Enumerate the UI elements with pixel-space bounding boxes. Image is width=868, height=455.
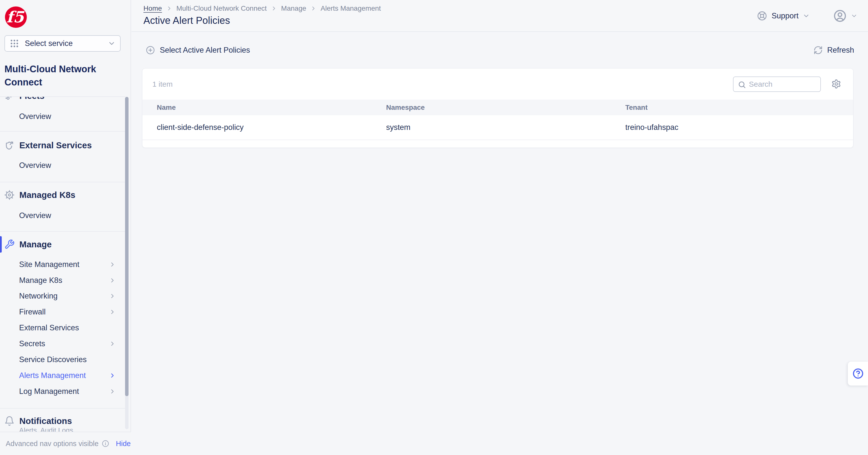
sidebar-scrollbar[interactable] xyxy=(125,97,128,429)
item-label: Secrets xyxy=(19,339,45,348)
breadcrumb-mcn-connect[interactable]: Multi-Cloud Network Connect xyxy=(177,4,267,12)
chevron-down-icon xyxy=(108,39,116,48)
sidebar-item-service-discoveries[interactable]: Service Discoveries xyxy=(19,352,118,368)
notifications-subtitle: Alerts, Audit Logs xyxy=(19,426,73,432)
item-label: Site Management xyxy=(19,260,80,269)
sidebar-footer: Advanced nav options visible Hide xyxy=(0,432,131,455)
table-settings-button[interactable] xyxy=(831,79,842,89)
sidebar-item-fleets-overview[interactable]: Overview xyxy=(19,109,118,124)
chevron-right-icon xyxy=(109,340,116,347)
item-label: Firewall xyxy=(19,308,46,316)
sidebar-scrollbar-thumb[interactable] xyxy=(125,97,128,396)
table-header-row: Name Namespace Tenant xyxy=(143,99,853,115)
section-label: External Services xyxy=(19,140,92,150)
refresh-label: Refresh xyxy=(827,46,854,55)
main-area: Home Multi-Cloud Network Connect Manage … xyxy=(131,0,868,455)
breadcrumb-home[interactable]: Home xyxy=(144,4,162,12)
chevron-down-icon xyxy=(850,12,858,19)
item-label: Manage K8s xyxy=(19,276,62,285)
sidebar-item-alerts-management[interactable]: Alerts Management xyxy=(19,368,118,383)
gear-icon xyxy=(831,79,841,89)
chevron-right-icon xyxy=(109,261,116,268)
support-label: Support xyxy=(772,11,799,20)
column-header-name: Name xyxy=(157,99,176,115)
cell-name[interactable]: client-side-defense-policy xyxy=(157,115,244,140)
item-label: Overview xyxy=(19,211,51,220)
divider xyxy=(0,131,126,132)
section-label: Manage xyxy=(19,239,52,249)
sidebar-section-external-services[interactable]: External Services xyxy=(0,137,131,153)
cell-tenant: treino-ufahspac xyxy=(625,115,678,140)
sidebar-item-firewall[interactable]: Firewall xyxy=(19,304,118,320)
item-label: Alerts Management xyxy=(19,371,86,380)
bell-icon xyxy=(4,416,15,426)
sidebar-item-site-management[interactable]: Site Management xyxy=(19,257,118,273)
item-label: Overview xyxy=(19,112,51,121)
divider xyxy=(0,231,126,232)
hide-advanced-nav-link[interactable]: Hide xyxy=(116,439,131,448)
grid-icon xyxy=(9,38,19,49)
chevron-down-icon xyxy=(803,12,810,20)
section-label: Fleets xyxy=(19,97,44,101)
sidebar-item-external-services[interactable]: External Services xyxy=(19,320,118,336)
search-icon xyxy=(738,81,746,90)
sidebar-title: Multi-Cloud Network Connect xyxy=(4,63,111,89)
section-label: Managed K8s xyxy=(19,190,75,200)
sidebar-nav-scroll: Fleets Overview External Services Overvi… xyxy=(0,97,131,432)
account-menu[interactable] xyxy=(833,9,858,23)
sidebar-item-managed-k8s-overview[interactable]: Overview xyxy=(19,208,118,224)
table-search xyxy=(733,77,821,92)
section-label: Notifications xyxy=(19,416,72,426)
header-actions: Support xyxy=(756,0,858,32)
chevron-right-icon xyxy=(310,5,317,12)
refresh-button[interactable]: Refresh xyxy=(813,32,854,68)
shield-arrow-icon xyxy=(4,140,15,151)
f5-logo[interactable]: f5 xyxy=(5,6,27,28)
item-label: Networking xyxy=(19,291,58,301)
item-count: 1 item xyxy=(152,68,173,99)
sidebar-section-manage[interactable]: Manage xyxy=(0,236,131,252)
alert-policies-table-card: 1 item Name xyxy=(142,68,854,148)
user-circle-icon xyxy=(833,9,847,23)
app-root: f5 Select service Multi-Cloud Network Co… xyxy=(0,0,868,455)
table-row[interactable]: client-side-defense-policy system treino… xyxy=(143,115,853,140)
helm-icon xyxy=(4,190,15,200)
service-selector[interactable]: Select service xyxy=(4,35,121,52)
chevron-right-icon xyxy=(109,277,116,284)
service-selector-label: Select service xyxy=(25,39,73,48)
breadcrumb-alerts-management: Alerts Management xyxy=(320,4,381,12)
advanced-nav-status: Advanced nav options visible xyxy=(6,439,98,448)
item-label: Log Management xyxy=(19,387,79,396)
chevron-right-icon xyxy=(109,372,116,379)
refresh-icon xyxy=(813,46,823,55)
sidebar-item-manage-k8s[interactable]: Manage K8s xyxy=(19,273,118,288)
chevron-right-icon xyxy=(109,309,116,315)
item-label: External Services xyxy=(19,323,79,332)
divider xyxy=(0,408,126,408)
item-label: Overview xyxy=(19,161,51,170)
sidebar-item-external-services-overview[interactable]: Overview xyxy=(19,158,118,173)
search-input[interactable] xyxy=(749,77,818,91)
question-circle-icon xyxy=(852,368,864,379)
table-toolbar: 1 item xyxy=(143,68,853,99)
select-active-alert-policies-button[interactable]: Select Active Alert Policies xyxy=(146,32,250,68)
breadcrumb: Home Multi-Cloud Network Connect Manage … xyxy=(144,4,381,12)
support-menu[interactable]: Support xyxy=(756,10,810,21)
breadcrumb-manage[interactable]: Manage xyxy=(281,4,306,12)
sidebar-item-log-management[interactable]: Log Management xyxy=(19,383,118,399)
fleets-icon xyxy=(4,97,15,101)
life-buoy-icon xyxy=(756,10,768,21)
page-title: Active Alert Policies xyxy=(144,15,230,26)
chevron-right-icon xyxy=(166,5,173,12)
item-label: Service Discoveries xyxy=(19,355,87,364)
sidebar-section-managed-k8s[interactable]: Managed K8s xyxy=(0,187,131,203)
sidebar-item-networking[interactable]: Networking xyxy=(19,288,118,304)
column-header-namespace: Namespace xyxy=(386,99,425,115)
sidebar-section-fleets[interactable]: Fleets xyxy=(0,97,131,104)
info-circle-icon[interactable] xyxy=(101,439,110,448)
sidebar-item-secrets[interactable]: Secrets xyxy=(19,336,118,352)
plus-circle-icon xyxy=(146,46,155,55)
help-button[interactable] xyxy=(848,361,868,386)
cell-namespace: system xyxy=(386,115,410,140)
chevron-right-icon xyxy=(271,5,277,12)
